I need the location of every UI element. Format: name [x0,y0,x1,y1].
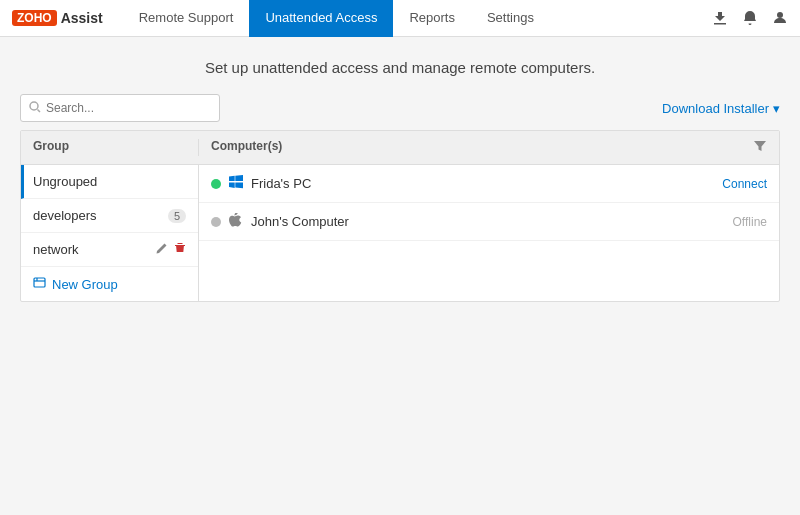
table-body: Ungrouped developers 5 network [21,165,779,301]
logo-assist: Assist [61,10,103,26]
computer-item-johns-computer: John's Computer Offline [199,203,779,241]
status-dot-online [211,179,221,189]
download-installer-label: Download Installer [662,101,769,116]
header-icons [712,10,788,26]
col-group-header: Group [21,139,199,156]
app-header: ZOHO Assist Remote Support Unattended Ac… [0,0,800,37]
page-subtitle: Set up unattended access and manage remo… [0,37,800,94]
search-box [20,94,220,122]
group-name: developers [33,208,168,223]
computer-name: Frida's PC [251,176,722,191]
group-count: 5 [168,209,186,223]
new-group-button[interactable]: New Group [21,267,198,301]
edit-icon[interactable] [156,242,168,257]
app-logo: ZOHO Assist [12,10,103,26]
svg-point-0 [777,12,783,18]
group-name: Ungrouped [33,174,186,189]
apple-icon [229,213,243,230]
connect-button[interactable]: Connect [722,177,767,191]
user-icon[interactable] [772,10,788,26]
notification-icon[interactable] [742,10,758,26]
nav-reports[interactable]: Reports [393,0,471,37]
search-input[interactable] [46,101,211,115]
status-dot-offline [211,217,221,227]
download-icon[interactable] [712,10,728,26]
computers-panel: Frida's PC Connect John's Computer Offli… [199,165,779,301]
groups-panel: Ungrouped developers 5 network [21,165,199,301]
search-icon [29,101,41,116]
col-computers-header: Computer(s) [199,139,741,156]
group-item-network[interactable]: network [21,233,198,267]
main-nav: Remote Support Unattended Access Reports… [123,0,712,36]
nav-remote-support[interactable]: Remote Support [123,0,250,37]
svg-line-2 [38,109,41,112]
group-item-ungrouped[interactable]: Ungrouped [21,165,198,199]
nav-settings[interactable]: Settings [471,0,550,37]
chevron-down-icon: ▾ [773,101,780,116]
delete-icon[interactable] [174,242,186,257]
main-content: Set up unattended access and manage remo… [0,37,800,515]
group-actions [156,242,186,257]
group-item-developers[interactable]: developers 5 [21,199,198,233]
main-table: Group Computer(s) Ungrouped developers 5… [20,130,780,302]
group-name: network [33,242,156,257]
toolbar: Download Installer ▾ [0,94,800,130]
logo-zoho: ZOHO [12,10,57,26]
computer-name: John's Computer [251,214,733,229]
new-group-icon [33,276,46,292]
new-group-label: New Group [52,277,118,292]
offline-status: Offline [733,215,767,229]
filter-icon[interactable] [741,139,779,156]
svg-rect-3 [34,278,45,287]
svg-point-1 [30,102,38,110]
windows-icon [229,175,243,192]
download-installer-button[interactable]: Download Installer ▾ [662,101,780,116]
nav-unattended-access[interactable]: Unattended Access [249,0,393,37]
table-header: Group Computer(s) [21,131,779,165]
computer-item-fridas-pc: Frida's PC Connect [199,165,779,203]
